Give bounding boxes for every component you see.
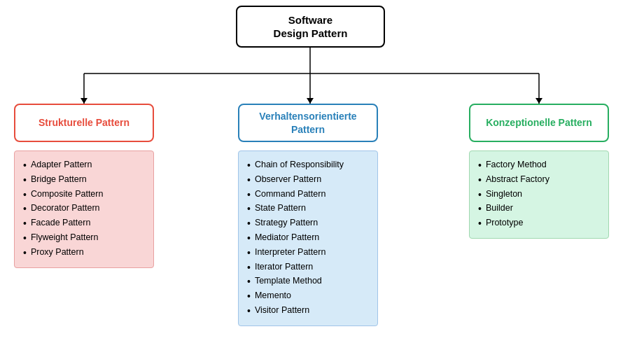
list-item: Memento (247, 289, 369, 304)
list-item: Mediator Pattern (247, 231, 369, 246)
strukturelle-label: Strukturelle Pattern (38, 116, 130, 129)
root-label: SoftwareDesign Pattern (274, 13, 348, 41)
konzeptionelle-header: Konzeptionelle Pattern (469, 104, 609, 142)
list-item: Iterator Pattern (247, 260, 369, 275)
konzeptionelle-list: Factory Method Abstract Factory Singleto… (478, 158, 600, 231)
root-node: SoftwareDesign Pattern (236, 6, 385, 48)
list-item: Adapter Pattern (23, 158, 145, 173)
list-item: Builder (478, 202, 600, 216)
konzeptionelle-content: Factory Method Abstract Factory Singleto… (469, 150, 609, 239)
list-item: Singleton (478, 188, 600, 202)
list-item: Chain of Responsibility (247, 158, 369, 173)
konzeptionelle-label: Konzeptionelle Pattern (486, 116, 592, 129)
list-item: Abstract Factory (478, 173, 600, 188)
list-item: Flyweight Pattern (23, 231, 145, 246)
list-item: Composite Pattern (23, 188, 145, 202)
verhaltens-label: Verhaltensorientierte Pattern (244, 110, 372, 135)
list-item: Factory Method (478, 158, 600, 173)
list-item: Observer Pattern (247, 173, 369, 188)
list-item: Interpreter Pattern (247, 246, 369, 260)
svg-marker-7 (536, 98, 542, 104)
list-item: Command Pattern (247, 188, 369, 202)
strukturelle-header: Strukturelle Pattern (14, 104, 154, 142)
verhaltens-header: Verhaltensorientierte Pattern (238, 104, 378, 142)
verhaltens-list: Chain of Responsibility Observer Pattern… (247, 158, 369, 318)
list-item: State Pattern (247, 202, 369, 216)
strukturelle-content: Adapter Pattern Bridge Pattern Composite… (14, 150, 154, 268)
list-item: Prototype (478, 216, 600, 231)
strukturelle-list: Adapter Pattern Bridge Pattern Composite… (23, 158, 145, 260)
svg-marker-5 (307, 98, 314, 104)
svg-marker-3 (80, 98, 88, 104)
list-item: Decorator Pattern (23, 202, 145, 216)
verhaltens-content: Chain of Responsibility Observer Pattern… (238, 150, 378, 326)
list-item: Proxy Pattern (23, 246, 145, 260)
diagram-container: SoftwareDesign Pattern Strukturelle Patt… (0, 0, 630, 364)
list-item: Facade Pattern (23, 216, 145, 231)
list-item: Template Method (247, 274, 369, 289)
list-item: Visitor Pattern (247, 304, 369, 318)
list-item: Bridge Pattern (23, 173, 145, 188)
list-item: Strategy Pattern (247, 216, 369, 231)
